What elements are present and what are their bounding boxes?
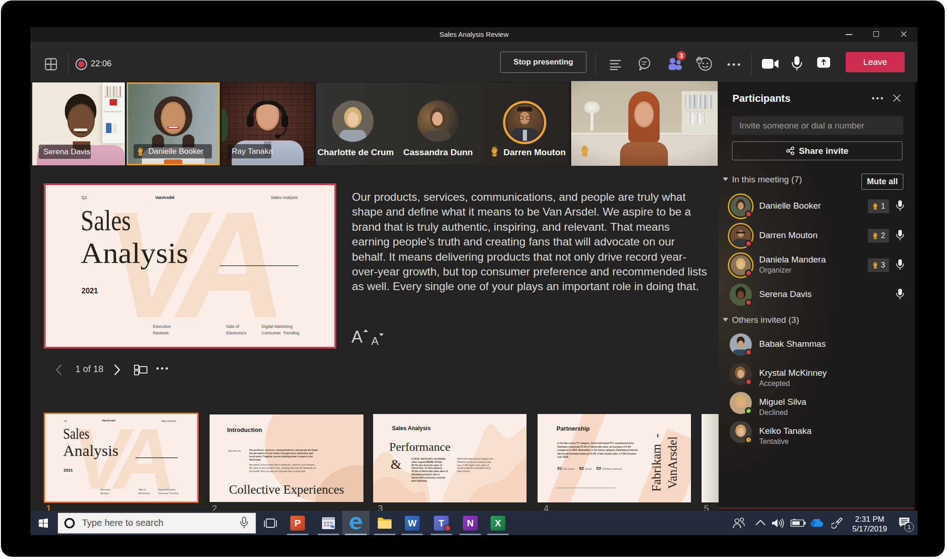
svg-text:3: 3 [679,52,683,59]
